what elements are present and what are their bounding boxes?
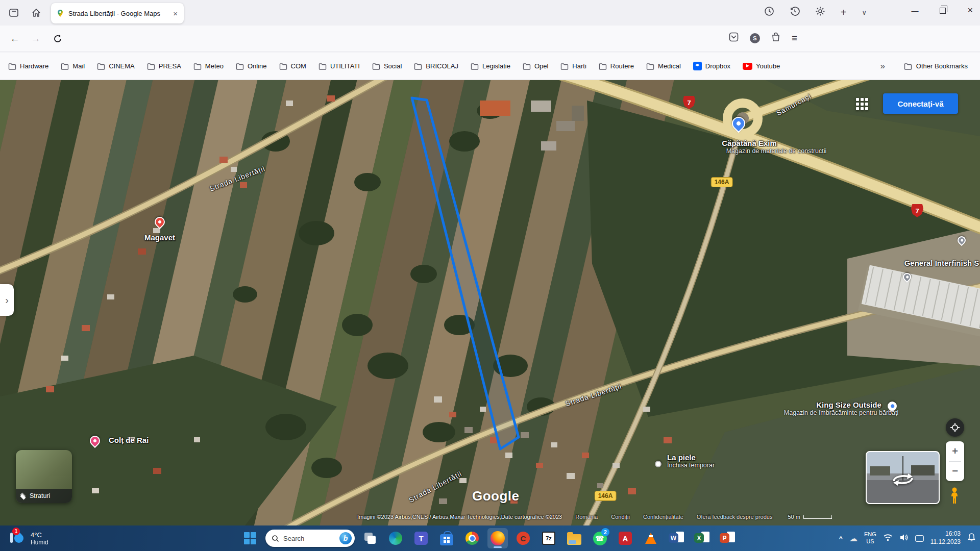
whatsapp-icon[interactable]: ☎2: [590, 528, 610, 548]
excel-icon[interactable]: X: [692, 528, 712, 548]
browser-tab[interactable]: Strada Libertății - Google Maps ×: [51, 3, 184, 23]
poi-name: King Size Outside: [792, 400, 906, 409]
youtube-icon: [743, 63, 752, 70]
bookmark-label: Opel: [534, 62, 548, 70]
map-attribution: Imagini ©2023 Airbus,CNES / Airbus,Maxar…: [0, 510, 980, 523]
my-location-icon: [950, 422, 960, 433]
attribution-link[interactable]: România: [575, 514, 598, 520]
extension-bag-icon[interactable]: [771, 32, 780, 44]
wifi-icon[interactable]: [883, 534, 893, 543]
file-explorer-icon[interactable]: [564, 528, 584, 548]
bookmark-item[interactable]: CINEMA: [97, 62, 135, 70]
chrome-icon[interactable]: [462, 528, 482, 548]
bookmark-item[interactable]: Dropbox: [693, 62, 730, 70]
weather-widget[interactable]: 1 4°C Humid: [5, 525, 53, 551]
acrobat-icon[interactable]: A: [615, 528, 635, 548]
powerpoint-icon[interactable]: P: [717, 528, 738, 548]
back-icon[interactable]: ←: [8, 32, 21, 45]
bookmarks-overflow-chevron-icon[interactable]: »: [880, 61, 885, 71]
bookmark-item[interactable]: Harti: [560, 62, 586, 70]
attribution-link[interactable]: Oferă feedback despre produs: [697, 514, 773, 520]
attribution-link[interactable]: Confidențialitate: [643, 514, 683, 520]
bookmark-item[interactable]: PRESA: [147, 62, 181, 70]
firefox-view-icon[interactable]: [7, 6, 20, 19]
folder-icon: [599, 63, 607, 70]
tab-close-icon[interactable]: ×: [172, 9, 179, 18]
other-bookmarks-button[interactable]: Other Bookmarks: [904, 62, 968, 70]
bookmark-item[interactable]: Legislatie: [471, 62, 510, 70]
bookmark-item[interactable]: Opel: [523, 62, 548, 70]
window-close-icon[interactable]: ×: [967, 5, 973, 16]
bookmark-item[interactable]: BRICOLAJ: [414, 62, 458, 70]
taskbar-search[interactable]: Search b: [265, 530, 355, 547]
bookmark-item[interactable]: UTILITATI: [318, 62, 360, 70]
bookmark-item[interactable]: COM: [279, 62, 306, 70]
folder-icon: [372, 63, 380, 70]
side-panel-expand-button[interactable]: ›: [0, 284, 14, 316]
sign-in-button[interactable]: Conectați-vă: [883, 93, 958, 114]
taskbar-search-placeholder[interactable]: Search: [283, 535, 335, 542]
vlc-icon[interactable]: [641, 528, 661, 548]
satellite-imagery: [0, 80, 980, 525]
bookmark-label: Routere: [610, 62, 634, 70]
reload-icon[interactable]: [51, 32, 64, 45]
zoom-in-button[interactable]: +: [946, 441, 964, 461]
pegman-icon[interactable]: [949, 487, 960, 507]
zoom-out-button[interactable]: −: [946, 462, 964, 482]
firefox-icon[interactable]: [487, 528, 508, 548]
onedrive-cloud-icon[interactable]: ☁: [849, 534, 857, 543]
layers-widget[interactable]: Straturi: [16, 450, 72, 503]
poi-label[interactable]: La pieleÎnchisă temporar: [667, 453, 715, 469]
bookmark-item[interactable]: Online: [236, 62, 267, 70]
bookmark-item[interactable]: Medical: [646, 62, 681, 70]
7zip-icon[interactable]: 7z: [538, 528, 559, 548]
poi-label[interactable]: Căpătână EximMagazin de materiale de con…: [699, 139, 800, 155]
home-icon[interactable]: [30, 6, 43, 19]
bookmark-item[interactable]: Mail: [61, 62, 85, 70]
display-icon[interactable]: [915, 535, 924, 542]
my-location-button[interactable]: [946, 418, 964, 437]
poi-pin-dot[interactable]: [655, 461, 662, 467]
volume-icon[interactable]: [899, 534, 909, 543]
start-button[interactable]: [240, 528, 260, 548]
imagery-credits: Imagini ©2023 Airbus,CNES / Airbus,Maxar…: [357, 514, 562, 520]
street-view-thumbnail[interactable]: [866, 451, 940, 504]
bing-icon[interactable]: b: [339, 532, 352, 544]
edge-icon[interactable]: [385, 528, 406, 548]
attribution-link[interactable]: Condiții: [611, 514, 630, 520]
clock-date[interactable]: 16:03 11.12.2023: [930, 530, 961, 546]
settings-gear-icon[interactable]: [815, 6, 825, 18]
bookmark-item[interactable]: Routere: [599, 62, 634, 70]
poi-label[interactable]: King Size OutsideMagazin de îmbrăcăminte…: [792, 400, 906, 416]
forward-icon[interactable]: →: [29, 32, 42, 45]
pocket-icon[interactable]: [729, 32, 739, 44]
map-canvas[interactable]: Strada LibertățiiSamurcașiStrada Libertă…: [0, 80, 980, 525]
new-tab-icon[interactable]: +: [841, 7, 847, 18]
notification-count-badge: 1: [12, 528, 20, 535]
account-badge-icon[interactable]: S: [750, 33, 760, 43]
history-icon[interactable]: [790, 6, 800, 18]
word-icon[interactable]: W: [666, 528, 687, 548]
menu-icon[interactable]: ≡: [792, 33, 797, 44]
bookmark-item[interactable]: Hardware: [8, 62, 48, 70]
store-icon[interactable]: [436, 528, 457, 548]
list-tabs-chevron-icon[interactable]: ∨: [862, 9, 867, 16]
poi-label[interactable]: Magavet: [144, 233, 175, 242]
window-minimize-icon[interactable]: —: [911, 7, 918, 15]
poi-label[interactable]: Colț de Rai: [109, 436, 149, 444]
bookmark-label: CINEMA: [109, 62, 135, 70]
teams-icon[interactable]: T: [411, 528, 431, 548]
bookmark-item[interactable]: Youtube: [743, 62, 780, 70]
tray-chevron-icon[interactable]: ^: [839, 535, 843, 542]
language-indicator[interactable]: ENGUS: [864, 531, 876, 545]
bookmark-item[interactable]: Meteo: [193, 62, 224, 70]
bookmark-item[interactable]: Social: [372, 62, 402, 70]
clock-icon[interactable]: [764, 6, 774, 18]
notifications-bell-icon[interactable]: [967, 533, 976, 544]
ccleaner-icon[interactable]: C: [513, 528, 533, 548]
bookmark-label: Medical: [658, 62, 681, 70]
window-restore-icon[interactable]: [940, 8, 946, 14]
task-view-icon[interactable]: [360, 528, 380, 548]
google-apps-grid-icon[interactable]: [856, 98, 868, 110]
poi-label[interactable]: General Interfinish S: [904, 259, 979, 267]
